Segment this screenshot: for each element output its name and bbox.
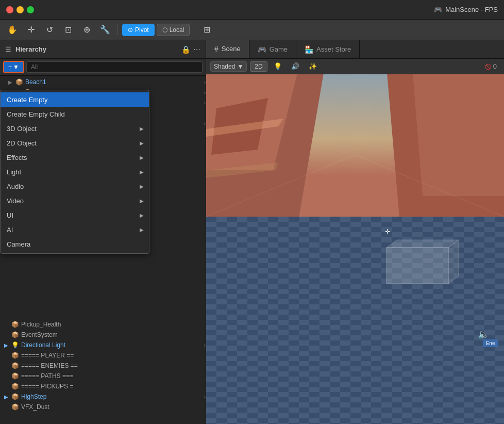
item-icon: 📦	[11, 331, 19, 338]
submenu-arrow: ▶	[140, 198, 144, 204]
item-icon: 📦	[15, 78, 23, 86]
scene-toolbar: Shaded ▼ 2D 💡 🔊 ✨ 🚫 0	[206, 59, 504, 74]
list-item[interactable]: 📦 ===== PICKUPS =	[0, 381, 206, 392]
item-icon: 📦	[11, 383, 19, 390]
game-tab-label: Game	[270, 45, 288, 53]
item-label: ===== PLAYER ==	[21, 352, 74, 359]
tab-asset-store[interactable]: 🏪 Asset Store	[296, 40, 360, 58]
camera-item[interactable]: Camera	[1, 237, 149, 251]
2d-toggle[interactable]: 2D	[250, 61, 267, 72]
minimize-button[interactable]	[16, 6, 24, 13]
list-item[interactable]: 📦 VFX_Dust	[0, 402, 206, 412]
title-bar: 🎮 MainScene - FPS	[0, 0, 504, 20]
list-item[interactable]: ▶ 📦 Beach1 ›	[0, 77, 206, 87]
lock-button[interactable]: 🔒	[181, 45, 190, 54]
item-label: ===== PATHS ===	[21, 372, 73, 380]
move-tool[interactable]: ✛	[23, 22, 39, 38]
window-title: 🎮 MainScene - FPS	[434, 6, 498, 13]
rotate-tool[interactable]: ↺	[41, 22, 58, 38]
layers-button[interactable]: ⊞	[198, 22, 215, 38]
video-item[interactable]: Video ▶	[1, 193, 149, 208]
submenu-arrow: ▶	[140, 140, 144, 146]
expand-arrow: ▶	[4, 394, 10, 400]
tab-scene[interactable]: # Scene	[206, 40, 249, 58]
expand-arrow: ▶	[4, 343, 10, 348]
audio-item[interactable]: Audio ▶	[1, 179, 149, 193]
submenu-arrow: ▶	[140, 184, 144, 189]
hierarchy-header: ☰ Hierarchy 🔒 ⋯	[0, 40, 206, 59]
ai-item[interactable]: AI ▶	[1, 222, 149, 237]
hand-tool[interactable]: ✋	[4, 22, 21, 38]
rect-tool[interactable]: ⊕	[78, 22, 95, 38]
hierarchy-search-input[interactable]	[26, 61, 203, 73]
more-options-button[interactable]: ⋯	[193, 45, 200, 54]
shaded-dropdown-arrow: ▼	[237, 63, 243, 70]
gizmos-count: 0	[493, 62, 497, 70]
3d-object-item[interactable]: 3D Object ▶	[1, 121, 149, 136]
shaded-dropdown[interactable]: Shaded ▼	[210, 61, 247, 72]
scene-background	[206, 74, 504, 424]
traffic-lights	[6, 6, 34, 13]
local-icon: ⬡	[162, 26, 167, 34]
menu-item-label: 2D Object	[7, 139, 143, 147]
2d-object-item[interactable]: 2D Object ▶	[1, 136, 149, 150]
item-label: HighStep	[21, 393, 46, 400]
gizmos-button[interactable]: 🚫 0	[482, 61, 500, 71]
create-empty-child-item[interactable]: Create Empty Child	[1, 107, 149, 121]
scene-viewport[interactable]: ✛ 🔈 Ene	[206, 74, 504, 424]
pivot-button[interactable]: ⊙ Pivot	[122, 24, 155, 36]
tab-game[interactable]: 🎮 Game	[249, 40, 296, 58]
hierarchy-search-bar: + ▼	[0, 59, 206, 76]
item-label: Pickup_Health	[21, 321, 61, 328]
add-dropdown-container: + ▼	[3, 61, 24, 73]
effects-item[interactable]: Effects ▶	[1, 150, 149, 165]
lighting-toggle[interactable]: 💡	[271, 61, 285, 71]
menu-item-label: AI	[7, 226, 143, 234]
item-icon: 📦	[11, 352, 19, 359]
fullscreen-button[interactable]	[27, 6, 34, 13]
menu-item-label: Audio	[7, 183, 143, 190]
transform-tool[interactable]: 🔧	[97, 22, 113, 38]
item-label: VFX_Dust	[21, 403, 49, 411]
close-button[interactable]	[6, 6, 13, 13]
scene-tab-icon: #	[214, 45, 219, 53]
unity-icon: 🎮	[434, 6, 442, 13]
add-object-button[interactable]: + ▼	[3, 61, 24, 73]
asset-tab-label: Asset Store	[316, 45, 351, 53]
plus-icon: +	[8, 63, 12, 71]
submenu-arrow: ▶	[140, 227, 144, 233]
main-toolbar: ✋ ✛ ↺ ⊡ ⊕ 🔧 ⊙ Pivot ⬡ Local ⊞	[0, 20, 504, 40]
list-item[interactable]: ▶ 📦 HighStep ›	[0, 392, 206, 402]
list-item[interactable]: 📦 ===== PATHS ===	[0, 371, 206, 381]
scene-panel: # Scene 🎮 Game 🏪 Asset Store Shaded ▼ 2D…	[206, 40, 504, 424]
item-icon: 📦	[11, 321, 19, 328]
fx-toggle[interactable]: ✨	[306, 61, 320, 71]
pivot-icon: ⊙	[128, 26, 133, 34]
list-item[interactable]: 📦 EventSystem	[0, 330, 206, 340]
enemy-tag: Ene	[483, 339, 498, 347]
list-item[interactable]: 📦 Pickup_Health	[0, 319, 206, 330]
scene-tab-label: Scene	[222, 45, 241, 53]
light-item[interactable]: Light ▶	[1, 165, 149, 179]
menu-item-label: UI	[7, 211, 143, 219]
create-menu-dropdown: Create Empty Create Empty Child 3D Objec…	[0, 90, 149, 254]
right-arrow: ›	[204, 343, 206, 348]
menu-item-label: Effects	[7, 154, 143, 161]
scale-tool[interactable]: ⊡	[60, 22, 76, 38]
expand-arrow: ▶	[8, 79, 14, 85]
toolbar-separator-2	[194, 25, 194, 35]
create-empty-item[interactable]: Create Empty	[1, 92, 149, 107]
ui-item[interactable]: UI ▶	[1, 208, 149, 222]
directional-light-item[interactable]: ▶ 💡 Directional Light ›	[0, 340, 206, 350]
audio-toggle[interactable]: 🔊	[288, 61, 303, 71]
list-item[interactable]: 📦 ===== PLAYER ==	[0, 350, 206, 361]
menu-item-label: Camera	[7, 240, 143, 248]
submenu-arrow: ▶	[140, 126, 144, 132]
list-item[interactable]: 📦 ===== ENEMIES ==	[0, 361, 206, 371]
item-label: EventSystem	[21, 331, 58, 338]
right-arrow: ›	[204, 100, 206, 106]
local-button[interactable]: ⬡ Local	[157, 24, 190, 36]
item-icon: 📦	[11, 403, 19, 411]
game-tab-icon: 🎮	[258, 45, 266, 54]
menu-item-label: Video	[7, 197, 143, 205]
